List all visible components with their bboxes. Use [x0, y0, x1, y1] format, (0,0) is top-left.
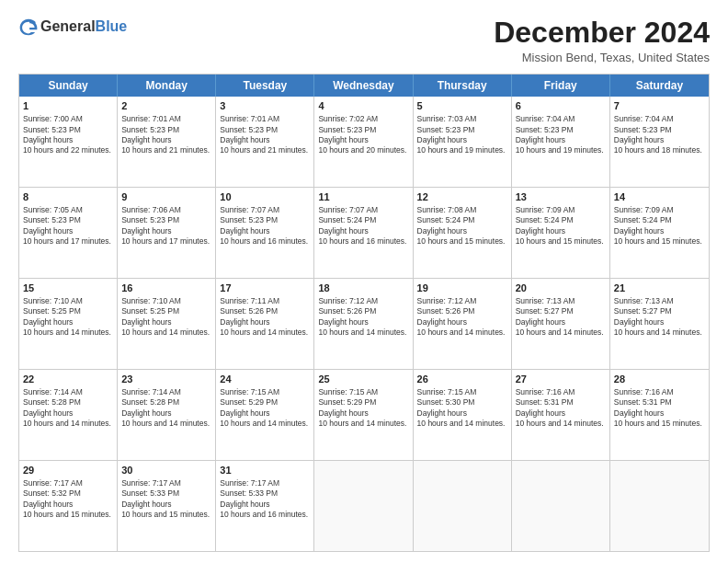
calendar-cell: 23Sunrise: 7:14 AMSunset: 5:28 PMDayligh…: [118, 370, 216, 460]
day-number: 18: [318, 282, 408, 295]
calendar-row: 8Sunrise: 7:05 AMSunset: 5:23 PMDaylight…: [19, 187, 709, 278]
weekday-header: Monday: [118, 75, 216, 97]
calendar-cell: 5Sunrise: 7:03 AMSunset: 5:23 PMDaylight…: [414, 97, 512, 187]
day-number: 30: [121, 464, 211, 477]
calendar-body: 1Sunrise: 7:00 AMSunset: 5:23 PMDaylight…: [19, 97, 709, 551]
cell-text: Sunrise: 7:02 AMSunset: 5:23 PMDaylight …: [318, 114, 408, 156]
cell-text: Sunrise: 7:00 AMSunset: 5:23 PMDaylight …: [23, 114, 113, 156]
day-number: 19: [417, 282, 507, 295]
cell-text: Sunrise: 7:04 AMSunset: 5:23 PMDaylight …: [516, 114, 606, 156]
calendar-row: 22Sunrise: 7:14 AMSunset: 5:28 PMDayligh…: [19, 369, 709, 460]
day-number: 21: [614, 282, 705, 295]
cell-text: Sunrise: 7:06 AMSunset: 5:23 PMDaylight …: [121, 205, 211, 247]
cell-text: Sunrise: 7:07 AMSunset: 5:23 PMDaylight …: [220, 205, 310, 247]
day-number: 26: [417, 373, 507, 386]
cell-text: Sunrise: 7:12 AMSunset: 5:26 PMDaylight …: [417, 296, 507, 339]
day-number: 12: [417, 190, 507, 204]
cell-text: Sunrise: 7:10 AMSunset: 5:25 PMDaylight …: [23, 296, 113, 339]
day-number: 8: [23, 190, 113, 204]
day-number: 22: [23, 373, 113, 386]
calendar-row: 29Sunrise: 7:17 AMSunset: 5:32 PMDayligh…: [19, 460, 709, 551]
calendar-cell: 29Sunrise: 7:17 AMSunset: 5:32 PMDayligh…: [19, 461, 118, 551]
cell-text: Sunrise: 7:04 AMSunset: 5:23 PMDaylight …: [614, 114, 705, 156]
day-number: 16: [121, 282, 211, 295]
logo-blue-text: Blue: [96, 18, 128, 35]
cell-text: Sunrise: 7:09 AMSunset: 5:24 PMDaylight …: [516, 205, 606, 247]
day-number: 14: [614, 190, 705, 204]
calendar: SundayMondayTuesdayWednesdayThursdayFrid…: [18, 74, 710, 552]
cell-text: Sunrise: 7:12 AMSunset: 5:26 PMDaylight …: [318, 296, 408, 339]
calendar-cell: 14Sunrise: 7:09 AMSunset: 5:24 PMDayligh…: [610, 188, 709, 278]
calendar-cell: 21Sunrise: 7:13 AMSunset: 5:27 PMDayligh…: [610, 279, 709, 369]
cell-text: Sunrise: 7:01 AMSunset: 5:23 PMDaylight …: [121, 114, 211, 156]
calendar-cell: 26Sunrise: 7:15 AMSunset: 5:30 PMDayligh…: [414, 370, 512, 460]
calendar-cell: 11Sunrise: 7:07 AMSunset: 5:24 PMDayligh…: [314, 188, 413, 278]
calendar-cell: 3Sunrise: 7:01 AMSunset: 5:23 PMDaylight…: [216, 97, 314, 187]
day-number: 15: [23, 282, 113, 295]
cell-text: Sunrise: 7:08 AMSunset: 5:24 PMDaylight …: [417, 205, 507, 247]
cell-text: Sunrise: 7:11 AMSunset: 5:26 PMDaylight …: [220, 296, 310, 339]
day-number: 6: [516, 99, 606, 113]
calendar-cell: 24Sunrise: 7:15 AMSunset: 5:29 PMDayligh…: [216, 370, 314, 460]
calendar-cell: 12Sunrise: 7:08 AMSunset: 5:24 PMDayligh…: [414, 188, 512, 278]
day-number: 9: [121, 190, 211, 204]
calendar-cell: 28Sunrise: 7:16 AMSunset: 5:31 PMDayligh…: [610, 370, 709, 460]
location: Mission Bend, Texas, United States: [494, 51, 710, 64]
day-number: 29: [23, 464, 113, 477]
calendar-cell: [610, 461, 709, 551]
day-number: 31: [220, 464, 310, 477]
cell-text: Sunrise: 7:16 AMSunset: 5:31 PMDaylight …: [516, 387, 606, 430]
day-number: 11: [318, 190, 408, 204]
calendar-cell: [512, 461, 610, 551]
page: GeneralBlue December 2024 Mission Bend, …: [0, 0, 728, 563]
weekday-header: Thursday: [414, 75, 512, 97]
calendar-row: 15Sunrise: 7:10 AMSunset: 5:25 PMDayligh…: [19, 278, 709, 369]
cell-text: Sunrise: 7:13 AMSunset: 5:27 PMDaylight …: [516, 296, 606, 339]
cell-text: Sunrise: 7:14 AMSunset: 5:28 PMDaylight …: [121, 387, 211, 430]
calendar-cell: 18Sunrise: 7:12 AMSunset: 5:26 PMDayligh…: [314, 279, 413, 369]
day-number: 4: [318, 99, 408, 113]
calendar-cell: 20Sunrise: 7:13 AMSunset: 5:27 PMDayligh…: [512, 279, 610, 369]
weekday-header: Friday: [512, 75, 610, 97]
calendar-cell: 4Sunrise: 7:02 AMSunset: 5:23 PMDaylight…: [314, 97, 413, 187]
header-right: December 2024 Mission Bend, Texas, Unite…: [494, 17, 710, 64]
cell-text: Sunrise: 7:03 AMSunset: 5:23 PMDaylight …: [417, 114, 507, 156]
calendar-cell: 8Sunrise: 7:05 AMSunset: 5:23 PMDaylight…: [19, 188, 118, 278]
calendar-cell: 2Sunrise: 7:01 AMSunset: 5:23 PMDaylight…: [118, 97, 216, 187]
calendar-cell: 30Sunrise: 7:17 AMSunset: 5:33 PMDayligh…: [118, 461, 216, 551]
day-number: 7: [614, 99, 705, 113]
calendar-cell: 16Sunrise: 7:10 AMSunset: 5:25 PMDayligh…: [118, 279, 216, 369]
header: GeneralBlue December 2024 Mission Bend, …: [18, 17, 710, 64]
calendar-cell: 6Sunrise: 7:04 AMSunset: 5:23 PMDaylight…: [512, 97, 610, 187]
calendar-header: SundayMondayTuesdayWednesdayThursdayFrid…: [19, 75, 709, 97]
cell-text: Sunrise: 7:15 AMSunset: 5:29 PMDaylight …: [318, 387, 408, 430]
day-number: 10: [220, 190, 310, 204]
cell-text: Sunrise: 7:09 AMSunset: 5:24 PMDaylight …: [614, 205, 705, 247]
cell-text: Sunrise: 7:05 AMSunset: 5:23 PMDaylight …: [23, 205, 113, 247]
cell-text: Sunrise: 7:14 AMSunset: 5:28 PMDaylight …: [23, 387, 113, 430]
calendar-cell: 17Sunrise: 7:11 AMSunset: 5:26 PMDayligh…: [216, 279, 314, 369]
calendar-row: 1Sunrise: 7:00 AMSunset: 5:23 PMDaylight…: [19, 97, 709, 187]
day-number: 17: [220, 282, 310, 295]
calendar-cell: 25Sunrise: 7:15 AMSunset: 5:29 PMDayligh…: [314, 370, 413, 460]
weekday-header: Wednesday: [314, 75, 413, 97]
cell-text: Sunrise: 7:13 AMSunset: 5:27 PMDaylight …: [614, 296, 705, 339]
calendar-cell: 10Sunrise: 7:07 AMSunset: 5:23 PMDayligh…: [216, 188, 314, 278]
month-title: December 2024: [494, 17, 710, 49]
calendar-cell: [314, 461, 413, 551]
calendar-cell: 27Sunrise: 7:16 AMSunset: 5:31 PMDayligh…: [512, 370, 610, 460]
calendar-cell: 13Sunrise: 7:09 AMSunset: 5:24 PMDayligh…: [512, 188, 610, 278]
day-number: 28: [614, 373, 705, 386]
day-number: 2: [121, 99, 211, 113]
cell-text: Sunrise: 7:17 AMSunset: 5:32 PMDaylight …: [23, 478, 113, 521]
calendar-cell: 7Sunrise: 7:04 AMSunset: 5:23 PMDaylight…: [610, 97, 709, 187]
cell-text: Sunrise: 7:15 AMSunset: 5:29 PMDaylight …: [220, 387, 310, 430]
cell-text: Sunrise: 7:17 AMSunset: 5:33 PMDaylight …: [220, 478, 310, 521]
cell-text: Sunrise: 7:07 AMSunset: 5:24 PMDaylight …: [318, 205, 408, 247]
calendar-cell: 1Sunrise: 7:00 AMSunset: 5:23 PMDaylight…: [19, 97, 118, 187]
logo-general-text: General: [40, 18, 96, 35]
logo-icon: [18, 17, 39, 37]
cell-text: Sunrise: 7:01 AMSunset: 5:23 PMDaylight …: [220, 114, 310, 156]
calendar-cell: [414, 461, 512, 551]
weekday-header: Tuesday: [216, 75, 314, 97]
